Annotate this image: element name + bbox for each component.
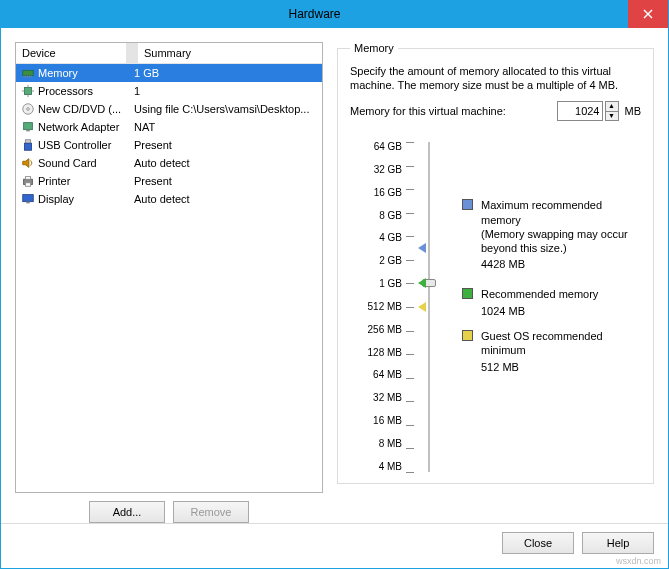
max-rec-marker-icon bbox=[418, 243, 426, 253]
memory-input-label: Memory for this virtual machine: bbox=[350, 105, 506, 117]
scale-label: 1 GB bbox=[350, 279, 402, 289]
memory-scale: 64 GB32 GB16 GB8 GB4 GB2 GB1 GB512 MB256… bbox=[350, 142, 641, 471]
header-summary[interactable]: Summary bbox=[138, 43, 322, 63]
rec-value: 1024 MB bbox=[481, 304, 598, 318]
device-list[interactable]: Device Summary Memory1 GBProcessors1New … bbox=[15, 42, 323, 493]
svg-rect-4 bbox=[25, 76, 26, 78]
header-device[interactable]: Device bbox=[16, 43, 126, 63]
svg-rect-18 bbox=[25, 143, 32, 150]
device-row[interactable]: DisplayAuto detect bbox=[16, 190, 322, 208]
cpu-icon bbox=[20, 83, 36, 99]
device-row[interactable]: PrinterPresent bbox=[16, 172, 322, 190]
device-name: Printer bbox=[38, 175, 134, 187]
device-summary: 1 GB bbox=[134, 67, 318, 79]
titlebar: Hardware bbox=[0, 0, 669, 28]
svg-rect-17 bbox=[25, 140, 30, 144]
device-name: Sound Card bbox=[38, 157, 134, 169]
device-buttons: Add... Remove bbox=[15, 493, 323, 523]
device-row[interactable]: New CD/DVD (...Using file C:\Users\vamsi… bbox=[16, 100, 322, 118]
min-value: 512 MB bbox=[481, 360, 641, 374]
cd-icon bbox=[20, 101, 36, 117]
svg-rect-6 bbox=[29, 76, 30, 78]
help-button[interactable]: Help bbox=[582, 532, 654, 554]
memory-panel: Memory Specify the amount of memory allo… bbox=[337, 42, 654, 523]
spinner-up-icon: ▲ bbox=[605, 101, 619, 111]
device-summary: Auto detect bbox=[134, 157, 318, 169]
scale-label: 128 MB bbox=[350, 348, 402, 358]
device-summary: Auto detect bbox=[134, 193, 318, 205]
add-button[interactable]: Add... bbox=[89, 501, 165, 523]
rec-marker-icon bbox=[418, 278, 426, 288]
svg-rect-7 bbox=[31, 76, 32, 78]
svg-marker-19 bbox=[23, 159, 29, 168]
svg-rect-2 bbox=[23, 70, 34, 75]
printer-icon bbox=[20, 173, 36, 189]
svg-rect-23 bbox=[23, 195, 34, 202]
device-name: USB Controller bbox=[38, 139, 134, 151]
device-row[interactable]: Processors1 bbox=[16, 82, 322, 100]
memory-legend: Memory bbox=[350, 42, 398, 54]
close-button[interactable]: Close bbox=[502, 532, 574, 554]
max-rec-label: Maximum recommended memory bbox=[481, 198, 641, 227]
scale-label: 256 MB bbox=[350, 325, 402, 335]
max-rec-note: (Memory swapping may occur beyond this s… bbox=[481, 227, 641, 256]
rec-color-icon bbox=[462, 288, 473, 299]
device-row[interactable]: USB ControllerPresent bbox=[16, 136, 322, 154]
memory-slider-track[interactable] bbox=[420, 142, 450, 471]
scale-label: 32 MB bbox=[350, 393, 402, 403]
dialog-body: Device Summary Memory1 GBProcessors1New … bbox=[0, 28, 669, 569]
memory-icon bbox=[20, 65, 36, 81]
scale-label: 16 MB bbox=[350, 416, 402, 426]
scale-label: 64 GB bbox=[350, 142, 402, 152]
usb-icon bbox=[20, 137, 36, 153]
dialog-bottom-bar: Close Help bbox=[1, 523, 668, 568]
memory-description: Specify the amount of memory allocated t… bbox=[350, 64, 641, 93]
device-row[interactable]: Sound CardAuto detect bbox=[16, 154, 322, 172]
memory-legend-col: Maximum recommended memory (Memory swapp… bbox=[450, 142, 641, 471]
close-icon[interactable] bbox=[628, 0, 668, 28]
device-summary: Using file C:\Users\vamsi\Desktop... bbox=[134, 103, 318, 115]
device-name: Processors bbox=[38, 85, 134, 97]
svg-point-14 bbox=[27, 108, 30, 111]
device-summary: Present bbox=[134, 139, 318, 151]
max-rec-color-icon bbox=[462, 199, 473, 210]
device-row[interactable]: Network AdapterNAT bbox=[16, 118, 322, 136]
max-rec-value: 4428 MB bbox=[481, 257, 641, 271]
device-name: Network Adapter bbox=[38, 121, 134, 133]
scale-label: 8 GB bbox=[350, 211, 402, 221]
device-summary: Present bbox=[134, 175, 318, 187]
device-name: Display bbox=[38, 193, 134, 205]
watermark: wsxdn.com bbox=[616, 556, 661, 566]
remove-button[interactable]: Remove bbox=[173, 501, 249, 523]
memory-input[interactable] bbox=[557, 101, 603, 121]
svg-rect-3 bbox=[24, 76, 25, 78]
scale-label: 4 MB bbox=[350, 462, 402, 472]
svg-rect-16 bbox=[26, 130, 30, 132]
sound-icon bbox=[20, 155, 36, 171]
min-rec-color-icon bbox=[462, 330, 473, 341]
scale-label: 4 GB bbox=[350, 233, 402, 243]
device-name: New CD/DVD (... bbox=[38, 103, 134, 115]
scale-label: 32 GB bbox=[350, 165, 402, 175]
svg-rect-5 bbox=[27, 76, 28, 78]
scale-label: 8 MB bbox=[350, 439, 402, 449]
device-summary: NAT bbox=[134, 121, 318, 133]
svg-rect-8 bbox=[25, 88, 32, 95]
memory-spinner[interactable]: ▲ ▼ bbox=[605, 101, 619, 121]
scale-label: 16 GB bbox=[350, 188, 402, 198]
device-panel: Device Summary Memory1 GBProcessors1New … bbox=[15, 42, 323, 523]
spinner-down-icon: ▼ bbox=[605, 111, 619, 121]
svg-rect-15 bbox=[24, 123, 33, 130]
display-icon bbox=[20, 191, 36, 207]
svg-rect-24 bbox=[26, 202, 30, 204]
device-row[interactable]: Memory1 GB bbox=[16, 64, 322, 82]
scale-label: 512 MB bbox=[350, 302, 402, 312]
scale-label: 2 GB bbox=[350, 256, 402, 266]
min-label: Guest OS recommended minimum bbox=[481, 329, 641, 358]
rec-label: Recommended memory bbox=[481, 287, 598, 301]
net-icon bbox=[20, 119, 36, 135]
device-list-header: Device Summary bbox=[16, 43, 322, 64]
min-rec-marker-icon bbox=[418, 302, 426, 312]
svg-rect-21 bbox=[25, 177, 30, 180]
device-name: Memory bbox=[38, 67, 134, 79]
